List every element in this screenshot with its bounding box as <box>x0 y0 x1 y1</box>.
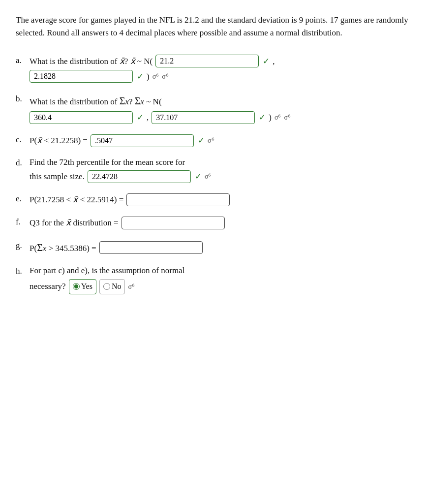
part-g-question: P(Σx > 345.5386) = <box>30 240 96 255</box>
part-e-content: P(21.7258 < x̄ < 22.5914) = <box>30 192 411 206</box>
part-b-check2: ✓ <box>259 111 266 124</box>
part-b-question: What is the distribution of Σx? Σx ~ N( <box>30 93 162 109</box>
part-e-input[interactable] <box>126 193 230 206</box>
part-h-line2: necessary? <box>30 280 66 293</box>
part-c-label: c. <box>16 133 27 146</box>
part-g-input[interactable] <box>99 241 203 254</box>
part-h: h. For part c) and e), is the assumption… <box>16 264 411 294</box>
part-f-label: f. <box>16 215 27 228</box>
part-d-content: Find the 72th percentile for the mean sc… <box>30 156 411 183</box>
part-a-hint2[interactable]: σ⁶ <box>162 72 169 81</box>
part-b-comma: , <box>147 111 149 124</box>
part-e-label: e. <box>16 192 27 205</box>
part-b-input2[interactable] <box>152 111 255 124</box>
part-a-close: ) <box>147 70 150 83</box>
problem-list: a. What is the distribution of x̄? x̄ ~ … <box>16 54 411 294</box>
part-a-check1: ✓ <box>263 55 270 68</box>
part-f-question: Q3 for the x̄ distribution = <box>30 216 119 229</box>
intro-paragraph: The average score for games played in th… <box>16 14 411 40</box>
part-c: c. P(x̄ < 21.2258) = ✓ σ⁶ <box>16 133 411 147</box>
part-a-input1[interactable] <box>155 55 259 67</box>
part-h-line1: For part c) and e), is the assumption of… <box>30 266 184 275</box>
part-b-hint2[interactable]: σ⁶ <box>284 113 291 122</box>
part-h-no-label: No <box>112 281 122 293</box>
part-a-label: a. <box>16 54 27 67</box>
part-b-hint1[interactable]: σ⁶ <box>274 113 281 122</box>
part-d: d. Find the 72th percentile for the mean… <box>16 156 411 183</box>
part-a-comma: , <box>273 55 274 68</box>
part-f-input[interactable] <box>122 217 225 229</box>
part-b-label: b. <box>16 92 27 105</box>
part-d-line1: Find the 72th percentile for the mean sc… <box>30 158 185 167</box>
part-d-label: d. <box>16 156 27 169</box>
part-a-content: What is the distribution of x̄? x̄ ~ N( … <box>30 54 411 83</box>
part-a-input2[interactable] <box>30 70 133 83</box>
part-d-input[interactable] <box>88 170 191 183</box>
part-d-hint[interactable]: σ⁶ <box>205 172 212 181</box>
part-f: f. Q3 for the x̄ distribution = <box>16 215 411 229</box>
part-h-content: For part c) and e), is the assumption of… <box>30 264 411 294</box>
part-h-yes-label: Yes <box>81 281 92 293</box>
part-a: a. What is the distribution of x̄? x̄ ~ … <box>16 54 411 83</box>
part-h-yes-option[interactable]: Yes <box>69 279 96 294</box>
part-h-no-option[interactable]: No <box>99 279 125 294</box>
part-b-content: What is the distribution of Σx? Σx ~ N( … <box>30 92 411 124</box>
part-b-input1[interactable] <box>30 111 133 124</box>
part-e: e. P(21.7258 < x̄ < 22.5914) = <box>16 192 411 206</box>
part-c-content: P(x̄ < 21.2258) = ✓ σ⁶ <box>30 133 411 147</box>
part-c-check: ✓ <box>198 134 205 147</box>
part-f-content: Q3 for the x̄ distribution = <box>30 215 411 229</box>
part-h-hint[interactable]: σ⁶ <box>128 283 135 291</box>
part-h-label: h. <box>16 264 27 278</box>
part-c-input[interactable] <box>91 134 194 147</box>
part-g-label: g. <box>16 239 27 252</box>
part-c-question: P(x̄ < 21.2258) = <box>30 134 88 147</box>
part-g: g. P(Σx > 345.5386) = <box>16 239 411 255</box>
part-a-question-prefix: What is the distribution of x̄? x̄ ~ N( <box>30 55 152 68</box>
part-b: b. What is the distribution of Σx? Σx ~ … <box>16 92 411 124</box>
part-c-hint[interactable]: σ⁶ <box>208 136 214 145</box>
part-b-check1: ✓ <box>137 111 144 124</box>
part-b-close: ) <box>269 111 272 124</box>
part-h-no-radio[interactable] <box>103 283 110 290</box>
part-e-question: P(21.7258 < x̄ < 22.5914) = <box>30 193 123 206</box>
part-a-check2: ✓ <box>137 70 144 83</box>
part-h-yes-radio[interactable] <box>73 283 80 290</box>
part-d-line2: this sample size. <box>30 170 85 183</box>
part-a-hint1[interactable]: σ⁶ <box>152 72 159 81</box>
part-g-content: P(Σx > 345.5386) = <box>30 239 411 255</box>
part-d-check: ✓ <box>195 170 202 183</box>
